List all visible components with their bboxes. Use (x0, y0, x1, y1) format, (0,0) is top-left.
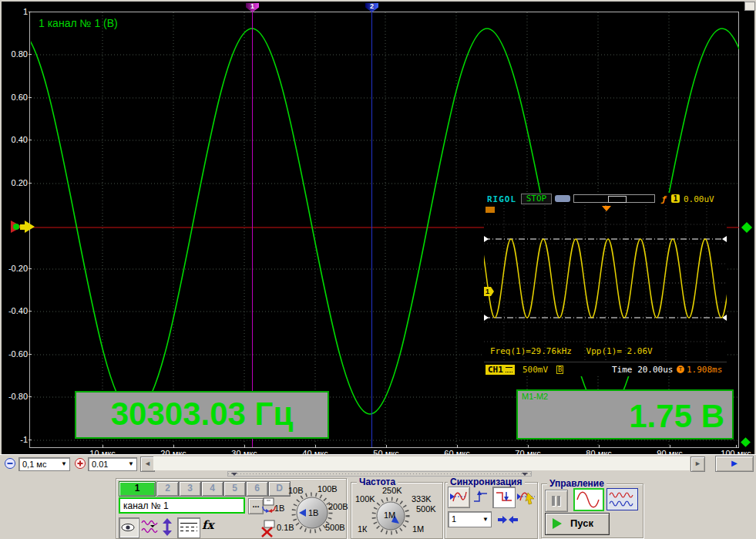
volt-label-500: 500В (325, 523, 345, 532)
step-select[interactable]: 0.01 ▼ (88, 457, 137, 471)
coupling-icon (506, 367, 512, 372)
panel-splitter[interactable] (227, 471, 532, 477)
zero-marker-yellow-arrow[interactable] (25, 221, 35, 233)
scope-timebase: Time 20.00us (612, 365, 673, 375)
marker-delta-readout: M1-M2 1.75 В (516, 389, 734, 440)
scope-ch1-badge: CH1 (486, 365, 515, 375)
control-group-title: Управление (547, 478, 606, 489)
y-tick-label: 0.20 (2, 179, 28, 187)
sine-icon (575, 490, 603, 510)
y-tick-label: -0.40 (2, 307, 28, 315)
trigger-edge-icon: ƒ (661, 194, 667, 204)
frequency-knob-value: 1М (384, 510, 395, 520)
trigger-level-value: 0.00uV (684, 194, 714, 204)
sync-group-title: Синхронизация (448, 477, 525, 487)
dropdown-arrow-icon[interactable]: ▼ (61, 461, 67, 467)
y-tick-label: -0.20 (2, 264, 28, 273)
freq-label-100k: 100K (355, 494, 375, 504)
channel-button-1[interactable]: 1 (119, 481, 156, 497)
freq-label-250k: 250K (382, 486, 402, 495)
visibility-button[interactable] (119, 517, 139, 538)
volt-label-1: 1В (274, 504, 284, 513)
trigger-falling-edge-icon (493, 487, 513, 506)
time-axis-diamond-marker[interactable] (741, 437, 751, 447)
collapse-arrow-icon[interactable] (522, 473, 528, 476)
channel-button-5[interactable]: 5 (223, 481, 246, 497)
plot-region: 1 0.80 0.60 0.40 0.20 -0.20 -0.40 -0.60 … (2, 2, 754, 454)
volt-label-10: 10В (288, 486, 304, 495)
play-forward-button[interactable]: ► (715, 456, 754, 472)
line-style-button[interactable] (177, 517, 200, 538)
trigger-position-icon (602, 206, 611, 211)
eye-icon (119, 518, 137, 536)
volt-label-200: 200В (328, 502, 348, 511)
time-scale-select[interactable]: 0,1 мс ▼ (18, 457, 70, 471)
scope-vpp-measurement: Vpp(1)= 2.06V (586, 346, 653, 356)
trigger-status-icon (486, 207, 495, 213)
dropdown-arrow-icon[interactable]: ▼ (482, 517, 489, 523)
probe-delete-icon[interactable] (260, 519, 278, 537)
pause-icon (552, 496, 555, 506)
freq-label-1k: 1К (358, 524, 368, 534)
zoom-in-icon[interactable] (74, 457, 86, 470)
channel-label: 1 канал № 1 (В) (39, 17, 118, 29)
spectrum-icon[interactable] (141, 519, 158, 534)
formula-button[interactable]: fx (202, 518, 213, 532)
bandwidth-badge: B (556, 366, 563, 374)
channel-button-2[interactable]: 2 (156, 481, 179, 497)
scope-status-badge: STOP (521, 194, 552, 204)
scale-toolbar: 0,1 мс ▼ 0.01 ▼ ◄ ► ► (0, 454, 756, 473)
scrollbar-track[interactable] (153, 456, 690, 470)
cursor-1-line[interactable] (252, 12, 253, 447)
scope-waveform-trace (484, 239, 727, 318)
trigger-source-select[interactable]: 1 ▼ (448, 511, 492, 527)
rigol-scope-inset: RIGOL STOP ƒ 1 0.00uV (484, 193, 727, 376)
trigger-rising-edge-icon[interactable] (472, 488, 490, 505)
start-button[interactable]: Пуск (545, 513, 610, 535)
zero-level-diamond-marker[interactable] (741, 222, 752, 233)
scroll-right-button[interactable]: ► (690, 456, 705, 472)
zoom-out-icon[interactable] (4, 457, 16, 470)
channel-button-4[interactable]: 4 (201, 481, 223, 497)
y-tick-label: 0.60 (2, 93, 28, 102)
start-play-icon (553, 518, 562, 529)
y-tick-label: 0.40 (2, 136, 28, 144)
y-tick-label: -1 (2, 436, 28, 444)
trigger-falling-edge-button[interactable] (492, 487, 516, 508)
voltage-knob-value: 1В (308, 508, 318, 517)
trigger-sine-button[interactable] (448, 487, 470, 508)
freq-label-500k: 500K (416, 504, 436, 514)
marker-delta-value: 1.75 В (629, 397, 724, 436)
scope-trigger-offset: 1.908ms (687, 365, 722, 375)
pause-button[interactable] (545, 490, 568, 512)
trigger-sine-icon (449, 487, 468, 506)
cursor-2-line[interactable] (371, 12, 372, 447)
freq-label-1m: 1М (412, 524, 424, 534)
solid-line-icon (180, 523, 197, 524)
y-tick-label: 1 (2, 8, 28, 16)
waveform-position-bar (573, 194, 655, 203)
multi-waveform-button[interactable] (606, 488, 638, 510)
y-tick-label: -0.60 (2, 350, 28, 359)
trigger-manual-icon[interactable] (516, 487, 536, 506)
multi-wave-icon (607, 489, 637, 510)
single-waveform-button[interactable] (573, 488, 604, 511)
step-value: 0.01 (92, 460, 108, 469)
channel-button-6[interactable]: 6 (246, 481, 268, 497)
freq-label-333k: 333K (412, 494, 432, 504)
channel-name-input[interactable] (119, 497, 245, 514)
usb-icon (555, 195, 570, 202)
volt-label-01: 0.1В (277, 523, 294, 532)
pause-icon (557, 496, 560, 506)
marker-delta-tag: M1-M2 (522, 392, 548, 401)
dashed-line-icon (180, 531, 197, 531)
autoscale-icon[interactable] (160, 517, 175, 537)
waveform-position-window (608, 196, 627, 203)
trigger-source-value: 1 (452, 514, 456, 524)
collapse-arrow-icon[interactable] (231, 473, 237, 476)
channel-button-3[interactable]: 3 (179, 481, 201, 497)
dropdown-arrow-icon[interactable]: ▼ (128, 461, 134, 467)
time-scale-value: 0,1 мс (22, 460, 46, 469)
converge-arrows-icon[interactable] (498, 515, 518, 524)
trigger-offset-icon: T (677, 366, 684, 373)
